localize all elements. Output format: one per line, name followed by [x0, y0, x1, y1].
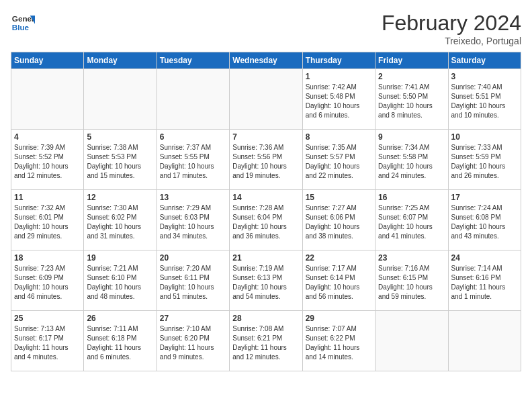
day-number: 11: [14, 193, 81, 202]
calendar-cell: [11, 69, 84, 130]
day-number: 17: [451, 193, 518, 202]
day-number: 26: [87, 314, 153, 323]
calendar-cell: [375, 311, 448, 371]
day-number: 19: [87, 253, 153, 263]
weekday-header: Saturday: [448, 52, 521, 69]
calendar-cell: [448, 311, 521, 371]
calendar-cell: 1Sunrise: 7:42 AM Sunset: 5:48 PM Daylig…: [302, 69, 375, 130]
day-info: Sunrise: 7:36 AM Sunset: 5:56 PM Dayligh…: [232, 143, 299, 181]
calendar-cell: 23Sunrise: 7:16 AM Sunset: 6:15 PM Dayli…: [375, 250, 448, 311]
svg-text:General: General: [12, 14, 35, 23]
day-info: Sunrise: 7:14 AM Sunset: 6:16 PM Dayligh…: [451, 264, 518, 302]
weekday-header: Friday: [375, 52, 448, 69]
calendar-cell: 17Sunrise: 7:24 AM Sunset: 6:08 PM Dayli…: [448, 190, 521, 250]
calendar-table: SundayMondayTuesdayWednesdayThursdayFrid…: [11, 52, 521, 371]
calendar-cell: 29Sunrise: 7:07 AM Sunset: 6:22 PM Dayli…: [302, 311, 375, 371]
logo-icon: General Blue: [11, 11, 35, 35]
calendar-cell: 5Sunrise: 7:38 AM Sunset: 5:53 PM Daylig…: [84, 130, 157, 190]
calendar-cell: 25Sunrise: 7:13 AM Sunset: 6:17 PM Dayli…: [11, 311, 84, 371]
day-info: Sunrise: 7:35 AM Sunset: 5:57 PM Dayligh…: [306, 143, 372, 181]
month-title: February 2024: [382, 11, 521, 36]
day-info: Sunrise: 7:13 AM Sunset: 6:17 PM Dayligh…: [14, 324, 81, 362]
calendar-cell: 20Sunrise: 7:20 AM Sunset: 6:11 PM Dayli…: [157, 250, 229, 311]
calendar-week-row: 18Sunrise: 7:23 AM Sunset: 6:09 PM Dayli…: [11, 250, 521, 311]
day-info: Sunrise: 7:30 AM Sunset: 6:02 PM Dayligh…: [87, 203, 153, 241]
day-info: Sunrise: 7:16 AM Sunset: 6:15 PM Dayligh…: [378, 264, 445, 302]
calendar-cell: [157, 69, 229, 130]
calendar-cell: 11Sunrise: 7:32 AM Sunset: 6:01 PM Dayli…: [11, 190, 84, 250]
day-number: 10: [451, 132, 518, 142]
title-block: February 2024 Treixedo, Portugal: [382, 11, 521, 46]
day-info: Sunrise: 7:27 AM Sunset: 6:06 PM Dayligh…: [306, 203, 372, 241]
calendar-cell: 10Sunrise: 7:33 AM Sunset: 5:59 PM Dayli…: [448, 130, 521, 190]
calendar-cell: 16Sunrise: 7:25 AM Sunset: 6:07 PM Dayli…: [375, 190, 448, 250]
calendar-body: 1Sunrise: 7:42 AM Sunset: 5:48 PM Daylig…: [11, 69, 521, 371]
page-header: General Blue February 2024 Treixedo, Por…: [11, 11, 521, 46]
day-number: 25: [14, 314, 81, 323]
calendar-header-row: SundayMondayTuesdayWednesdayThursdayFrid…: [11, 52, 521, 69]
day-info: Sunrise: 7:08 AM Sunset: 6:21 PM Dayligh…: [232, 324, 299, 362]
calendar-week-row: 1Sunrise: 7:42 AM Sunset: 5:48 PM Daylig…: [11, 69, 521, 130]
day-number: 14: [232, 193, 299, 202]
day-number: 6: [160, 132, 226, 142]
calendar-week-row: 4Sunrise: 7:39 AM Sunset: 5:52 PM Daylig…: [11, 130, 521, 190]
location-subtitle: Treixedo, Portugal: [382, 36, 521, 46]
day-info: Sunrise: 7:41 AM Sunset: 5:50 PM Dayligh…: [378, 83, 445, 120]
svg-text:Blue: Blue: [12, 23, 30, 32]
calendar-cell: 18Sunrise: 7:23 AM Sunset: 6:09 PM Dayli…: [11, 250, 84, 311]
day-info: Sunrise: 7:38 AM Sunset: 5:53 PM Dayligh…: [87, 143, 153, 181]
day-info: Sunrise: 7:17 AM Sunset: 6:14 PM Dayligh…: [306, 264, 372, 302]
calendar-cell: 15Sunrise: 7:27 AM Sunset: 6:06 PM Dayli…: [302, 190, 375, 250]
day-number: 24: [451, 253, 518, 263]
weekday-header: Sunday: [11, 52, 84, 69]
calendar-cell: 8Sunrise: 7:35 AM Sunset: 5:57 PM Daylig…: [302, 130, 375, 190]
day-number: 23: [378, 253, 445, 263]
day-info: Sunrise: 7:29 AM Sunset: 6:03 PM Dayligh…: [160, 203, 226, 241]
calendar-cell: 27Sunrise: 7:10 AM Sunset: 6:20 PM Dayli…: [157, 311, 229, 371]
calendar-cell: 22Sunrise: 7:17 AM Sunset: 6:14 PM Dayli…: [302, 250, 375, 311]
calendar-cell: 12Sunrise: 7:30 AM Sunset: 6:02 PM Dayli…: [84, 190, 157, 250]
calendar-cell: 19Sunrise: 7:21 AM Sunset: 6:10 PM Dayli…: [84, 250, 157, 311]
day-number: 4: [14, 132, 81, 142]
day-info: Sunrise: 7:23 AM Sunset: 6:09 PM Dayligh…: [14, 264, 81, 302]
day-info: Sunrise: 7:33 AM Sunset: 5:59 PM Dayligh…: [451, 143, 518, 181]
day-number: 27: [160, 314, 226, 323]
day-info: Sunrise: 7:32 AM Sunset: 6:01 PM Dayligh…: [14, 203, 81, 241]
day-info: Sunrise: 7:07 AM Sunset: 6:22 PM Dayligh…: [306, 324, 372, 362]
calendar-week-row: 25Sunrise: 7:13 AM Sunset: 6:17 PM Dayli…: [11, 311, 521, 371]
day-info: Sunrise: 7:34 AM Sunset: 5:58 PM Dayligh…: [378, 143, 445, 181]
day-info: Sunrise: 7:25 AM Sunset: 6:07 PM Dayligh…: [378, 203, 445, 241]
day-info: Sunrise: 7:40 AM Sunset: 5:51 PM Dayligh…: [451, 83, 518, 120]
weekday-header: Tuesday: [157, 52, 229, 69]
day-info: Sunrise: 7:11 AM Sunset: 6:18 PM Dayligh…: [87, 324, 153, 362]
calendar-cell: [230, 69, 302, 130]
day-number: 29: [306, 314, 372, 323]
day-number: 21: [232, 253, 299, 263]
day-number: 16: [378, 193, 445, 202]
day-number: 15: [306, 193, 372, 202]
calendar-cell: 6Sunrise: 7:37 AM Sunset: 5:55 PM Daylig…: [157, 130, 229, 190]
day-info: Sunrise: 7:19 AM Sunset: 6:13 PM Dayligh…: [232, 264, 299, 302]
calendar-cell: 4Sunrise: 7:39 AM Sunset: 5:52 PM Daylig…: [11, 130, 84, 190]
calendar-cell: 28Sunrise: 7:08 AM Sunset: 6:21 PM Dayli…: [230, 311, 302, 371]
day-info: Sunrise: 7:42 AM Sunset: 5:48 PM Dayligh…: [306, 83, 372, 120]
calendar-cell: 13Sunrise: 7:29 AM Sunset: 6:03 PM Dayli…: [157, 190, 229, 250]
day-number: 22: [306, 253, 372, 263]
calendar-cell: 24Sunrise: 7:14 AM Sunset: 6:16 PM Dayli…: [448, 250, 521, 311]
day-info: Sunrise: 7:37 AM Sunset: 5:55 PM Dayligh…: [160, 143, 226, 181]
day-number: 9: [378, 132, 445, 142]
weekday-header: Wednesday: [230, 52, 302, 69]
day-info: Sunrise: 7:20 AM Sunset: 6:11 PM Dayligh…: [160, 264, 226, 302]
weekday-header: Thursday: [302, 52, 375, 69]
day-info: Sunrise: 7:28 AM Sunset: 6:04 PM Dayligh…: [232, 203, 299, 241]
day-number: 7: [232, 132, 299, 142]
calendar-cell: 26Sunrise: 7:11 AM Sunset: 6:18 PM Dayli…: [84, 311, 157, 371]
day-number: 13: [160, 193, 226, 202]
day-number: 5: [87, 132, 153, 142]
calendar-week-row: 11Sunrise: 7:32 AM Sunset: 6:01 PM Dayli…: [11, 190, 521, 250]
calendar-cell: 21Sunrise: 7:19 AM Sunset: 6:13 PM Dayli…: [230, 250, 302, 311]
calendar-cell: 2Sunrise: 7:41 AM Sunset: 5:50 PM Daylig…: [375, 69, 448, 130]
calendar-cell: [84, 69, 157, 130]
day-number: 12: [87, 193, 153, 202]
day-number: 1: [306, 72, 372, 81]
